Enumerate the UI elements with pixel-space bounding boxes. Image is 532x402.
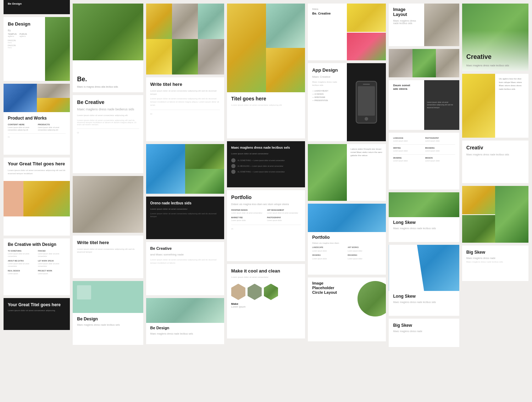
camera-card [73,176,143,233]
p2-t4: BRANDING [348,254,382,256]
be-creative-app-title: Be. Creative [312,12,343,15]
bcd-col3t: ABOUT ME EXTRA [8,260,36,262]
long-text-body: Lattore etelor Droophi etor douer romet … [350,148,382,157]
titel-goes-title: Titel goes here [231,96,301,102]
mtl-t6: MISSION [425,157,455,159]
daum-dark-text: Lorem ipsum dolor sit amet consectetur a… [427,101,456,109]
be-creative-subtitle: Maec maglens dress nade bedierus sids [77,108,139,111]
your-great-dark-title: Your Great Titel goes here [8,302,66,307]
be-design-bottom-title: Be Design [150,326,220,330]
bcd-col4t: LET WORK SPEAK [38,260,66,262]
partial-card-text: Be Design [8,2,22,5]
be-dot-card: Be. Maec is magna dress alia lectius sid… [73,4,143,92]
port-col3v: Lorem ipsum dolor [231,219,265,222]
be-design-mint-title: Be Design [77,316,139,321]
your-great-dark-body: Lorem ipsum dolor sit amet consectetur a… [8,309,66,312]
be-design-title: Be Design [8,21,41,27]
be-creative-design-card: Be Creative with Design TO SOMETHING Lor… [4,238,70,295]
bcd-col6v: Lorem ipsum [38,272,66,275]
product-works-title: Product and Works [8,116,66,121]
mtl-v3: Lorem ipsum dolor [393,150,423,152]
long-text-card: Lattore etelor Droophi etor douer romet … [308,144,386,201]
your-great-dark-card: Your Great Titel goes here Lorem ipsum d… [4,298,70,330]
write-titel-long-card: Write titel here Lorem ipsum dolor sit a… [146,77,224,141]
app-design-body: Maec maglens dress nade lectbus sids [312,81,343,87]
long-skew-2-card: Long Skew Maec maglens dress nade lectbu… [389,245,459,316]
long-skew-sub: Maec maglens dress nade lectbus sids [393,227,455,230]
long-skew-title: Long Skew [393,220,455,225]
make-cool-body: Lorem ipsum dolor sit amet consectetur [231,276,301,278]
bcd-col2v: Lorem ipsum dolor sit amet consectetur [38,253,66,258]
app-item4: — PRESENTATION [312,99,343,101]
big-skew-2-sub: Maec maglens dress nade [466,257,524,259]
creativ-card: Creativ Maec maglens dress nade lectbus … [462,141,528,183]
column-4: Titel goes here Lorem ipsum dolor sit am… [227,4,305,398]
big-skew-2-card: Big Skew Maec maglens dress nade Maec ma… [462,246,528,281]
be-design-card: Be Design By TEMPUSaglens PURUSaglens FA… [4,17,70,81]
p2-t2: ART WORKS [348,246,382,248]
dark-item-1: AL SOMETHING — Lorem ipsum dolor sit ame… [238,159,301,161]
top-images-card [389,49,459,77]
portfolio-subtitle: Didare uis maglna leso diam aec idum vel… [231,203,301,206]
oreno-body: Lorem ipsum dolor sit amet consectetur [150,208,220,211]
be-creative-card: Be Creative Maec maglens dress nade bedi… [73,95,143,173]
dark-item-3: AL SOMETHING — Lorem ipsum dolor sit ame… [238,171,301,173]
write-titel-long-title: Write titel here [150,82,220,87]
big-skew-partial-card: Big Skew Maec maglens dress nade [389,319,459,347]
portfolio-page: 05 [231,228,301,230]
make-sub: Lorem ipsum [231,305,301,308]
creative-main-card: Creative Maec maglens dress nade lectbus… [462,4,528,71]
circle-layout-title: Image Placeholder Circle Layout [312,281,343,295]
pw-page: 01 [8,136,66,138]
big-skew-2-title: Big Skew [466,250,524,255]
app-label: Maka [312,8,343,10]
be-design-role: PURUSaglens [20,33,27,37]
be-creative-design-title: Be Creative with Design [8,242,66,247]
port-col2v: Lorem ipsum dolor sit amet consectetur [267,212,301,214]
mtl-t1: LANGUAGE [393,137,423,139]
image-layout-sub: Maec maglens dress nade lectbus sids [393,20,420,24]
be-creative-extra: Lorem ipsum dolor sit amet consectetur a… [77,119,139,126]
be-design-link2: FAGCINfons [8,44,41,49]
app-item2: — UI DESIGN [312,93,343,95]
column-7: Creative Maec maglens dress nade lectbus… [462,4,528,398]
be-design-author: TEMPUSaglens [8,33,17,37]
be-design-mint-card: Be Design Maec maglens dress nade lectbu… [73,281,143,345]
p2-v1: Lorem ipsum dolor [312,250,346,252]
p2-v2: Lorem ipsum dolor [348,250,382,252]
bcd-col3v: Lorem ipsum dolor sit amet consectetur [8,263,36,268]
great-titel-card: Your Great Titel goes here Lorem ipsum d… [4,158,70,236]
port-col3t: MARKET FEE [231,216,265,219]
long-text-2-body: Uis aglens leso fon dian lsom vidupe Mae… [499,77,525,91]
column-3: Write titel here Lorem ipsum dolor sit a… [146,4,224,398]
be-design-link1: FAGCINfons [8,39,41,44]
be-creative-maec-title: Be Creative [150,246,220,251]
oreno-extra: Lorem ipsum dolor sit amet consectetur a… [150,212,220,218]
mtl-t4: BRANDING [425,147,455,149]
write-titel-long-extra: Lorem ipsum dolor sit amet consectetur a… [150,97,220,107]
slide-grid: Be Design Be Design By TEMPUSaglens PURU… [0,0,532,402]
big-skew-2-body: Maec maglens dress nade lectbus sids [466,261,524,263]
port-col4t: PHOTOGRAPHY [267,216,301,219]
p2-t1: LANDSCAPE [312,246,346,248]
pw-col1-title: CONTENT HERE [8,123,36,126]
write-titel-body: Lorem ipsum dolor sit amet consectetur a… [77,248,139,254]
portfolio-2-card: Portfolio Didare uis maglna leso diam LA… [308,204,386,275]
mtl-v5: Lorem ipsum dolor [393,160,423,162]
be-dot-title: Be. [77,76,139,83]
app-item3: — WIREFRAME [312,96,343,98]
port-col1t: FRONTIER DESIGN [231,209,265,211]
make-label: Make [231,302,301,305]
titel-goes-body: Lorem ipsum dolor sit amet consectetur a… [231,104,301,106]
bcd-col5v: Lorem ipsum [8,272,36,275]
great-titel-body: Lorem ipsum dolor sit amet consectetur a… [8,169,66,175]
hexagon-card: Make it cool and clean Lorem ipsum dolor… [227,264,305,338]
daum-title: Daum sometado steera [393,84,420,91]
app-design-subtitle: Maec Creative [312,75,343,78]
be-creative-body: Lorem ipsum dolor sit amet consectetur a… [77,114,139,117]
bcd-col4v: Lorem ipsum dolor sit amet consectetur [38,263,66,268]
image-layout-card: Image Layout Maec maglens dress nade lec… [389,4,459,46]
column-6: Image Layout Maec maglens dress nade lec… [389,4,459,398]
partial-top-card: Be Design [4,0,70,14]
app-design-title: App Design [312,67,343,73]
